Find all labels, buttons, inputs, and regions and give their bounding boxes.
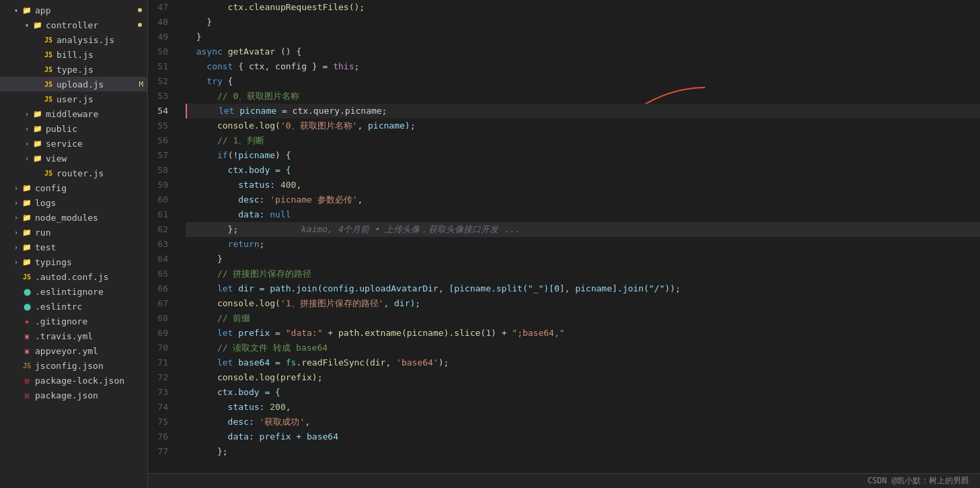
- sidebar-item-node-modules[interactable]: 📁 node_modules: [0, 210, 147, 225]
- arrow-public: [22, 123, 32, 134]
- line-num-52: 52: [148, 74, 175, 89]
- folder-icon-run: 📁: [22, 227, 32, 238]
- sidebar-item-jsconfig[interactable]: JS jsconfig.json: [0, 358, 147, 373]
- code-line-54: let picname = ctx.query.picname;: [186, 104, 980, 118]
- folder-icon-view: 📁: [32, 153, 43, 164]
- eslint-icon-ignore: ⬤: [22, 286, 32, 297]
- sidebar-item-upload[interactable]: JS upload.js M: [0, 77, 147, 92]
- leaf-upload: [32, 79, 43, 90]
- sidebar-item-typings[interactable]: 📁 typings: [0, 254, 147, 269]
- folder-icon-public: 📁: [32, 123, 43, 134]
- code-line-61: data: null: [186, 207, 980, 222]
- code-line-76: data: prefix + base64: [186, 429, 980, 444]
- line-num-54: 54: [148, 104, 175, 118]
- sidebar-item-travis[interactable]: ▣ .travis.yml: [0, 328, 147, 343]
- line-num-50: 50: [148, 44, 175, 59]
- leaf-travis: [11, 330, 22, 341]
- sidebar-item-package-lock[interactable]: ▤ package-lock.json: [0, 373, 147, 388]
- code-line-47: ctx.cleanupRequestFiles();: [186, 0, 980, 15]
- line-num-77: 77: [148, 444, 175, 459]
- sidebar-item-autod[interactable]: JS .autod.conf.js: [0, 269, 147, 284]
- label-node-modules: node_modules: [35, 213, 147, 223]
- badge-controller: [138, 23, 142, 27]
- label-gitignore: .gitignore: [35, 316, 147, 326]
- line-num-48: 48: [148, 15, 175, 30]
- code-line-48: }: [186, 15, 980, 30]
- code-line-50: async getAvatar () {: [186, 44, 980, 59]
- line-num-55: 55: [148, 118, 175, 133]
- label-run: run: [35, 228, 147, 238]
- sidebar-item-analysis[interactable]: JS analysis.js: [0, 32, 147, 47]
- folder-icon-typings: 📁: [22, 256, 32, 267]
- label-package-lock: package-lock.json: [35, 376, 147, 386]
- code-line-64: }: [186, 252, 980, 267]
- sidebar-item-service[interactable]: 📁 service: [0, 136, 147, 151]
- arrow-logs: [11, 197, 22, 208]
- folder-icon-service: 📁: [32, 138, 43, 149]
- sidebar-item-router[interactable]: JS router.js: [0, 166, 147, 180]
- code-editor: 47 48 49 50 51 52 53 54 55 56 57 58 59 6…: [148, 0, 980, 488]
- line-num-70: 70: [148, 341, 175, 355]
- code-line-73: ctx.body = {: [186, 385, 980, 400]
- label-service: service: [46, 139, 147, 149]
- label-router: router.js: [56, 168, 147, 178]
- sidebar-item-bill[interactable]: JS bill.js: [0, 47, 147, 62]
- sidebar-item-eslintrc[interactable]: ⬤ .eslintrc: [0, 299, 147, 314]
- label-typings: typings: [35, 257, 147, 267]
- sidebar-item-appveyor[interactable]: ▣ appveyor.yml: [0, 343, 147, 358]
- arrow-app: [11, 5, 22, 15]
- folder-icon-config: 📁: [22, 182, 32, 193]
- line-num-65: 65: [148, 267, 175, 281]
- leaf-user: [32, 94, 43, 104]
- sidebar-item-gitignore[interactable]: ◈ .gitignore: [0, 314, 147, 328]
- leaf-bill: [32, 49, 43, 60]
- leaf-router: [32, 168, 43, 178]
- leaf-type: [32, 64, 43, 75]
- line-num-49: 49: [148, 30, 175, 44]
- code-content[interactable]: ctx.cleanupRequestFiles(); } } async get…: [180, 0, 980, 473]
- label-app: app: [35, 5, 138, 15]
- code-line-57: if(!picname) {: [186, 148, 980, 163]
- badge-app: [138, 8, 142, 12]
- label-bill: bill.js: [56, 50, 147, 60]
- code-line-63: return;: [186, 237, 980, 252]
- folder-icon-node-modules: 📁: [22, 212, 32, 223]
- sidebar-item-app[interactable]: 📁 app: [0, 3, 147, 18]
- sidebar-item-middleware[interactable]: 📁 middleware: [0, 106, 147, 121]
- sidebar-item-type[interactable]: JS type.js: [0, 62, 147, 77]
- label-config: config: [35, 183, 147, 193]
- js-icon-router: JS: [43, 168, 54, 178]
- arrow-config: [11, 182, 22, 193]
- sidebar-item-run[interactable]: 📁 run: [0, 225, 147, 240]
- label-appveyor: appveyor.yml: [35, 346, 147, 356]
- label-upload: upload.js: [56, 79, 139, 90]
- code-line-70: // 读取文件 转成 base64: [186, 341, 980, 355]
- code-line-56: // 1、判断: [186, 133, 980, 148]
- pkg-icon-package: ▤: [22, 390, 32, 400]
- line-num-67: 67: [148, 296, 175, 311]
- leaf-package: [11, 390, 22, 400]
- git-icon-ignore: ◈: [22, 316, 32, 326]
- code-line-58: ctx.body = {: [186, 163, 980, 178]
- line-num-56: 56: [148, 133, 175, 148]
- leaf-jsconfig: [11, 360, 22, 371]
- sidebar-item-test[interactable]: 📁 test: [0, 240, 147, 254]
- sidebar-item-public[interactable]: 📁 public: [0, 121, 147, 136]
- line-num-73: 73: [148, 385, 175, 400]
- label-test: test: [35, 242, 147, 252]
- sidebar-item-user[interactable]: JS user.js: [0, 92, 147, 106]
- js-icon-autod: JS: [22, 271, 32, 282]
- sidebar-item-controller[interactable]: 📁 controller: [0, 18, 147, 32]
- code-area[interactable]: 47 48 49 50 51 52 53 54 55 56 57 58 59 6…: [148, 0, 980, 473]
- code-line-69: let prefix = "data:" + path.extname(picn…: [186, 326, 980, 341]
- code-line-71: let base64 = fs.readFileSync(dir, 'base6…: [186, 355, 980, 370]
- sidebar-item-config[interactable]: 📁 config: [0, 180, 147, 195]
- label-view: view: [46, 153, 147, 164]
- sidebar-item-package[interactable]: ▤ package.json: [0, 388, 147, 403]
- folder-icon-logs: 📁: [22, 197, 32, 208]
- sidebar-item-logs[interactable]: 📁 logs: [0, 195, 147, 210]
- sidebar-item-eslintignore[interactable]: ⬤ .eslintignore: [0, 284, 147, 299]
- code-line-66: let dir = path.join(config.uploadAvatarD…: [186, 281, 980, 296]
- arrow-middleware: [22, 108, 32, 119]
- sidebar-item-view[interactable]: 📁 view: [0, 151, 147, 166]
